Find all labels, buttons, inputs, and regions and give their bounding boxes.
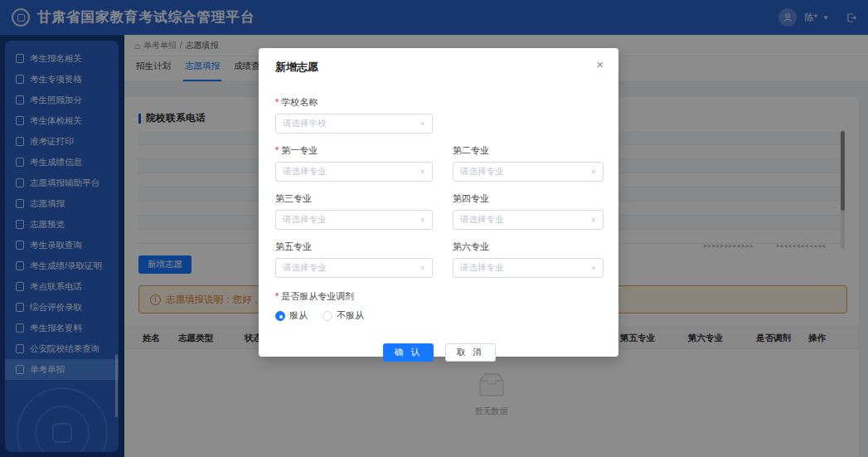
major-placeholder: 请选择专业 bbox=[283, 214, 327, 226]
page: 甘肃省国家教育考试综合管理平台 陈* ▼ 考生报名相关 考生专项资格 考生 bbox=[0, 0, 868, 457]
major5-label: 第五专业 bbox=[275, 241, 433, 253]
chevron-down-icon: ∨ bbox=[590, 168, 596, 175]
chevron-down-icon: ∨ bbox=[419, 265, 425, 271]
major3-label: 第三专业 bbox=[275, 192, 433, 205]
radio-selected-icon bbox=[275, 311, 285, 321]
major3-select[interactable]: 请选择专业 ∨ bbox=[275, 210, 433, 230]
major-placeholder: 请选择专业 bbox=[460, 166, 504, 177]
cancel-button[interactable]: 取 消 bbox=[445, 343, 496, 362]
major1-select[interactable]: 请选择专业 ∨ bbox=[275, 162, 433, 182]
major6-label: 第六专业 bbox=[453, 241, 604, 253]
school-placeholder: 请选择学校 bbox=[283, 118, 327, 129]
major6-select[interactable]: 请选择专业 ∨ bbox=[453, 258, 604, 278]
major2-label: 第二专业 bbox=[453, 144, 604, 157]
confirm-button[interactable]: 确 认 bbox=[383, 343, 434, 362]
chevron-down-icon: ∨ bbox=[590, 216, 596, 223]
radio-not-obey[interactable]: 不服从 bbox=[322, 309, 364, 322]
major-placeholder: 请选择专业 bbox=[460, 214, 504, 226]
school-select[interactable]: 请选择学校 ∨ bbox=[275, 114, 433, 134]
chevron-down-icon: ∨ bbox=[419, 168, 425, 175]
radio-obey-label: 服从 bbox=[289, 309, 308, 322]
major5-select[interactable]: 请选择专业 ∨ bbox=[275, 258, 433, 278]
chevron-down-icon: ∨ bbox=[419, 120, 425, 127]
major-placeholder: 请选择专业 bbox=[283, 262, 327, 274]
major4-select[interactable]: 请选择专业 ∨ bbox=[453, 210, 604, 230]
chevron-down-icon: ∨ bbox=[590, 265, 596, 271]
close-icon[interactable]: × bbox=[596, 60, 604, 70]
radio-unselected-icon bbox=[322, 311, 332, 321]
major2-select[interactable]: 请选择专业 ∨ bbox=[453, 162, 604, 182]
add-preference-modal: 新增志愿 × 学校名称 请选择学校 ∨ 第一专业 请选择专业 ∨ 第二专业 bbox=[259, 48, 618, 357]
adjust-label: 是否服从专业调剂 bbox=[275, 290, 604, 303]
major-placeholder: 请选择专业 bbox=[283, 166, 327, 177]
radio-obey[interactable]: 服从 bbox=[275, 309, 308, 322]
radio-not-obey-label: 不服从 bbox=[337, 309, 364, 322]
major1-label: 第一专业 bbox=[275, 144, 433, 157]
major4-label: 第四专业 bbox=[453, 192, 604, 205]
major-placeholder: 请选择专业 bbox=[460, 262, 504, 274]
modal-title: 新增志愿 bbox=[275, 60, 318, 75]
chevron-down-icon: ∨ bbox=[419, 216, 425, 223]
school-label: 学校名称 bbox=[275, 96, 604, 109]
